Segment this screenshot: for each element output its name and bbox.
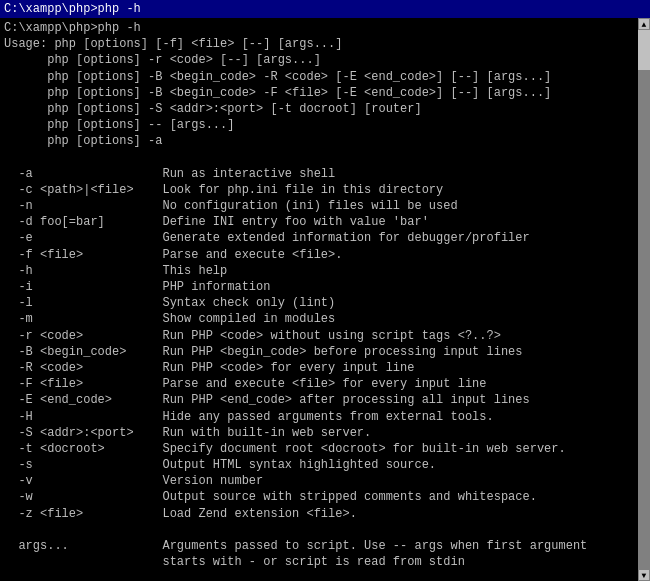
scrollbar-thumb[interactable]: [638, 30, 650, 70]
terminal-body[interactable]: C:\xampp\php>php -h Usage: php [options]…: [0, 18, 650, 581]
scrollbar[interactable]: ▲ ▼: [638, 18, 650, 581]
scroll-down-arrow[interactable]: ▼: [638, 569, 650, 581]
title-text: C:\xampp\php>php -h: [4, 2, 141, 16]
scrollbar-track[interactable]: [638, 30, 650, 569]
terminal-window: C:\xampp\php>php -h C:\xampp\php>php -h …: [0, 0, 650, 581]
scroll-up-arrow[interactable]: ▲: [638, 18, 650, 30]
title-bar: C:\xampp\php>php -h: [0, 0, 650, 18]
terminal-output: C:\xampp\php>php -h Usage: php [options]…: [4, 20, 646, 581]
